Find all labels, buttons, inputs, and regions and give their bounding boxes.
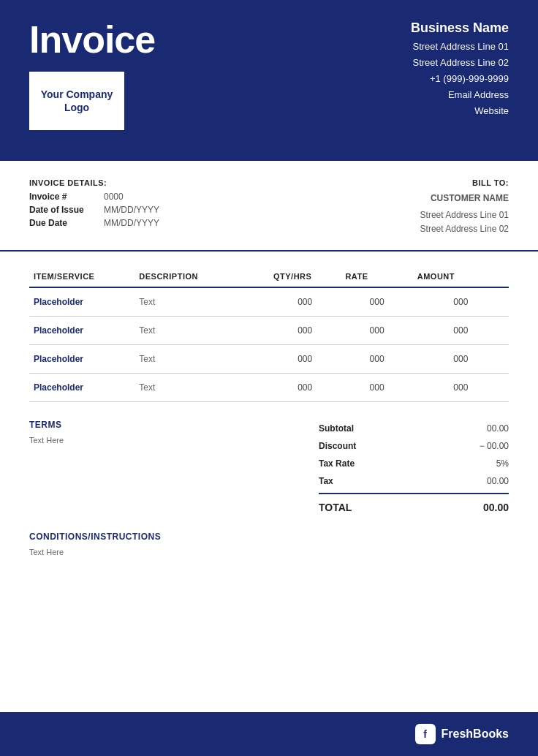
item-desc-2: Text	[134, 344, 269, 373]
item-amount-3: 000	[413, 373, 509, 401]
item-rate-1: 000	[341, 316, 412, 344]
logo-box: Your Company Logo	[29, 72, 124, 130]
invoice-details-label: INVOICE DETAILS:	[29, 178, 159, 187]
conditions-title: CONDITIONS/INSTRUCTIONS	[29, 532, 509, 542]
date-issue-value: MM/DD/YYYY	[104, 205, 159, 215]
item-rate-2: 000	[341, 344, 412, 373]
item-desc-3: Text	[134, 373, 269, 401]
terms-section: TERMS Text Here	[29, 420, 319, 445]
discount-value: − 00.00	[480, 441, 509, 451]
table-row: Placeholder Text 000 000 000	[29, 373, 509, 401]
business-address2: Street Address Line 02	[411, 55, 509, 71]
taxrate-value: 5%	[496, 458, 509, 469]
conditions-section: CONDITIONS/INSTRUCTIONS Text Here	[0, 532, 538, 571]
table-row: Placeholder Text 000 000 000	[29, 316, 509, 344]
date-issue-label: Date of Issue	[29, 205, 95, 215]
taxrate-row: Tax Rate 5%	[319, 455, 509, 472]
company-logo: Your Company Logo	[41, 88, 113, 114]
col-header-item: ITEM/SERVICE	[29, 266, 134, 287]
terms-text: Text Here	[29, 436, 319, 445]
customer-address2: Street Address Line 02	[420, 222, 509, 236]
header-left: Invoice Your Company Logo	[29, 20, 155, 130]
item-desc-0: Text	[134, 287, 269, 317]
col-header-description: DESCRIPTION	[134, 266, 269, 287]
item-amount-1: 000	[413, 316, 509, 344]
subtotal-row: Subtotal 00.00	[319, 420, 509, 437]
footer: f FreshBooks	[0, 712, 538, 756]
item-name-1: Placeholder	[29, 316, 134, 344]
due-date-value: MM/DD/YYYY	[104, 218, 159, 228]
item-rate-0: 000	[341, 287, 412, 317]
table-header-row: ITEM/SERVICE DESCRIPTION QTY/HRS RATE AM…	[29, 266, 509, 287]
items-table-section: ITEM/SERVICE DESCRIPTION QTY/HRS RATE AM…	[0, 252, 538, 402]
invoice-title: Invoice	[29, 20, 155, 58]
col-header-qty: QTY/HRS	[269, 266, 341, 287]
discount-row: Discount − 00.00	[319, 437, 509, 455]
freshbooks-name: FreshBooks	[442, 727, 509, 741]
tax-value: 00.00	[487, 476, 509, 486]
col-header-rate: RATE	[341, 266, 412, 287]
table-row: Placeholder Text 000 000 000	[29, 344, 509, 373]
business-phone: +1 (999)-999-9999	[411, 71, 509, 87]
item-desc-1: Text	[134, 316, 269, 344]
taxrate-label: Tax Rate	[319, 458, 355, 469]
terms-title: TERMS	[29, 420, 319, 430]
due-date-row: Due Date MM/DD/YYYY	[29, 218, 159, 228]
subtotal-label: Subtotal	[319, 423, 354, 434]
business-info: Business Name Street Address Line 01 Str…	[411, 20, 509, 119]
tax-label: Tax	[319, 476, 333, 486]
total-row-final: TOTAL 00.00	[319, 493, 509, 517]
invoice-number-value: 0000	[104, 192, 124, 202]
item-qty-0: 000	[269, 287, 341, 317]
item-rate-3: 000	[341, 373, 412, 401]
freshbooks-brand: f FreshBooks	[415, 724, 509, 744]
bill-to-label: BILL TO:	[420, 178, 509, 187]
item-amount-0: 000	[413, 287, 509, 317]
bottom-section: TERMS Text Here Subtotal 00.00 Discount …	[0, 402, 538, 532]
totals-section: Subtotal 00.00 Discount − 00.00 Tax Rate…	[319, 420, 509, 517]
item-name-0: Placeholder	[29, 287, 134, 317]
invoice-number-label: Invoice #	[29, 192, 95, 202]
item-name-2: Placeholder	[29, 344, 134, 373]
bill-to-section: BILL TO: CUSTOMER NAME Street Address Li…	[420, 178, 509, 237]
subtotal-value: 00.00	[487, 423, 509, 434]
tax-row: Tax 00.00	[319, 472, 509, 490]
items-table: ITEM/SERVICE DESCRIPTION QTY/HRS RATE AM…	[29, 266, 509, 402]
freshbooks-icon: f	[415, 724, 436, 744]
business-address1: Street Address Line 01	[411, 39, 509, 55]
invoice-number-row: Invoice # 0000	[29, 192, 159, 202]
item-name-3: Placeholder	[29, 373, 134, 401]
business-email: Email Address	[411, 87, 509, 103]
business-name: Business Name	[411, 20, 509, 36]
due-date-label: Due Date	[29, 218, 95, 228]
item-amount-2: 000	[413, 344, 509, 373]
discount-label: Discount	[319, 441, 356, 451]
business-website: Website	[411, 103, 509, 119]
total-label: TOTAL	[319, 502, 352, 513]
customer-address1: Street Address Line 01	[420, 208, 509, 222]
invoice-details: INVOICE DETAILS: Invoice # 0000 Date of …	[29, 178, 159, 237]
item-qty-2: 000	[269, 344, 341, 373]
customer-name: CUSTOMER NAME	[420, 192, 509, 205]
date-issue-row: Date of Issue MM/DD/YYYY	[29, 205, 159, 215]
item-qty-3: 000	[269, 373, 341, 401]
col-header-amount: AMOUNT	[413, 266, 509, 287]
conditions-text: Text Here	[29, 548, 509, 556]
details-section: INVOICE DETAILS: Invoice # 0000 Date of …	[0, 161, 538, 252]
invoice-header: Invoice Your Company Logo Business Name …	[0, 0, 538, 161]
table-row: Placeholder Text 000 000 000	[29, 287, 509, 317]
total-value: 00.00	[483, 502, 509, 513]
item-qty-1: 000	[269, 316, 341, 344]
